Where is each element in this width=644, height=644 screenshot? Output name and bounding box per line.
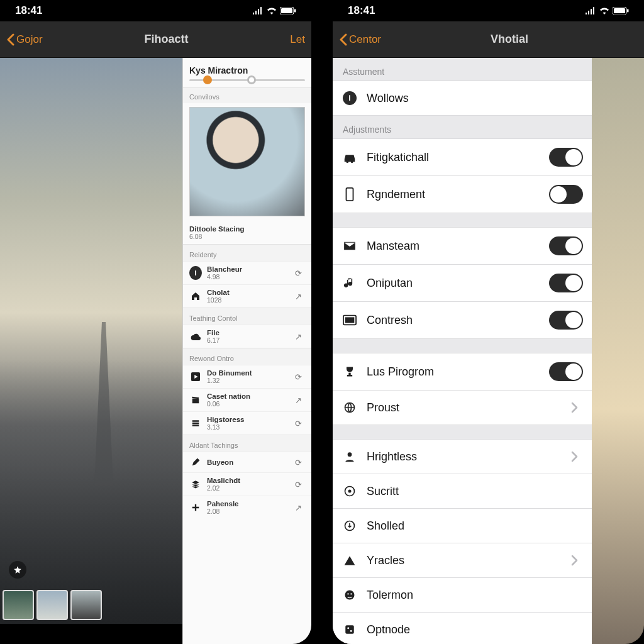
status-bar: 18:41 [0, 0, 311, 21]
item-sub: 1028 [207, 296, 290, 304]
cell-label: Mansteam [367, 240, 540, 253]
list-item[interactable]: Cholat 1028 ↗ [183, 284, 311, 308]
star-button[interactable] [9, 561, 26, 579]
nav-bar: Centor Vhotial [333, 21, 644, 58]
panel-header: Kys Miractron [183, 58, 311, 79]
cell-label: Sholled [367, 519, 583, 533]
loop-icon: ⟳ [295, 458, 306, 467]
thumbnail[interactable] [36, 590, 68, 620]
svg-point-11 [348, 452, 352, 457]
item-sub: 1.32 [207, 377, 290, 384]
nav-back[interactable]: Centor [339, 33, 381, 46]
svg-rect-5 [614, 8, 625, 13]
item-sub: 6.17 [207, 336, 290, 344]
settings-cell[interactable]: Contresh [333, 302, 592, 339]
item-label: Dittoole Stacing [189, 225, 306, 233]
status-icons [585, 7, 629, 14]
loop-icon: ⟳ [295, 419, 306, 428]
home-icon [189, 290, 202, 303]
settings-list[interactable]: Asstument i Wollows Adjustments Fitigkat… [333, 58, 592, 644]
mail-icon [341, 238, 358, 254]
item-sub: 6.08 [189, 233, 306, 240]
chevron-right-icon [570, 451, 583, 462]
toggle[interactable] [549, 148, 583, 167]
svg-point-19 [347, 627, 349, 629]
settings-cell[interactable]: Sholled [333, 509, 592, 543]
cell-label: Optnode [367, 623, 583, 636]
trophy-icon [341, 364, 358, 380]
list-item[interactable]: Dittoole Stacing 6.08 [183, 221, 311, 244]
status-time: 18:41 [15, 4, 42, 17]
chevron-left-icon [6, 33, 15, 46]
star-icon [13, 565, 22, 574]
cell-label: Contresh [367, 314, 540, 327]
item-label: Do Binument [207, 369, 290, 377]
chevron-left-icon [339, 33, 348, 46]
item-label: Maslichdt [207, 477, 290, 484]
settings-cell[interactable]: Tolermon [333, 578, 592, 613]
wifi-icon [599, 7, 610, 14]
list-item[interactable]: Pahensle 2.08 ↗ [183, 496, 311, 519]
item-sub: 2.02 [207, 484, 290, 492]
nav-title: Vhotial [491, 33, 528, 46]
list-item[interactable]: Higstoress 3.13 ⟳ [183, 411, 311, 435]
toggle[interactable] [549, 236, 583, 255]
settings-cell[interactable]: Proust [333, 391, 592, 425]
toggle[interactable] [549, 185, 583, 204]
settings-cell[interactable]: Sucritt [333, 474, 592, 509]
toggle[interactable] [549, 274, 583, 292]
notch [112, 0, 200, 15]
settings-cell[interactable]: Yracles [333, 543, 592, 578]
toggle[interactable] [549, 362, 583, 381]
svg-point-13 [348, 490, 352, 493]
cell-label: Wollows [367, 92, 583, 105]
toggle[interactable] [549, 311, 583, 330]
item-label: Caset nation [207, 392, 290, 400]
item-sub: 0.06 [207, 400, 290, 408]
item-label: Blancheur [207, 265, 290, 273]
slider[interactable] [183, 79, 311, 87]
list-item[interactable]: Do Binument 1.32 ⟳ [183, 365, 311, 388]
settings-cell[interactable]: Optnode [333, 613, 592, 644]
loop-icon: ⟳ [295, 480, 306, 489]
settings-cell[interactable]: Oniputan [333, 265, 592, 302]
svg-rect-2 [294, 9, 296, 13]
item-label: Buyeon [207, 458, 290, 466]
list-item[interactable]: File 6.17 ↗ [183, 325, 311, 348]
phone-right: 18:41 Centor Vhotial Asstument i Wollows… [333, 0, 644, 644]
status-time: 18:41 [348, 4, 375, 17]
nav-action[interactable]: Let [290, 33, 305, 46]
nav-title: Fihoactt [144, 33, 188, 46]
settings-cell[interactable]: Fitigkatichall [333, 138, 592, 176]
group-caption: Reidenty [183, 244, 311, 261]
phone-left: 18:41 Gojor Fihoactt Let Kys Miractron [0, 0, 311, 644]
settings-cell[interactable]: i Wollows [333, 80, 592, 116]
thumbnail[interactable] [3, 590, 34, 620]
clapper-icon [189, 394, 202, 406]
cell-label: Sucritt [367, 485, 583, 498]
svg-point-16 [347, 593, 348, 594]
face-icon [341, 587, 358, 603]
cell-label: Fitigkatichall [367, 151, 540, 164]
item-sub: 4.98 [207, 273, 290, 280]
thumbnail-strip[interactable] [3, 590, 102, 620]
settings-cell[interactable]: Hrightless [333, 439, 592, 474]
list-item[interactable]: Maslichdt 2.02 ⟳ [183, 472, 311, 496]
settings-cell[interactable]: Rgndement [333, 176, 592, 213]
settings-cell[interactable]: Mansteam [333, 227, 592, 265]
svg-rect-1 [281, 8, 292, 13]
item-sub: 2.08 [207, 508, 290, 515]
group-caption: Aldant Tachings [183, 435, 311, 452]
nav-back-label: Gojor [16, 33, 43, 46]
cell-label: Oniputan [367, 277, 540, 290]
settings-cell[interactable]: Lus Pirogrom [333, 353, 592, 391]
chevron-right-icon [570, 555, 583, 566]
thumbnail[interactable] [70, 590, 102, 620]
list-item[interactable]: Buyeon ⟳ [183, 452, 311, 472]
nav-back[interactable]: Gojor [6, 33, 43, 46]
list-item[interactable]: Caset nation 0.06 ↗ [183, 388, 311, 411]
out-icon: ↗ [295, 396, 306, 405]
loop-icon: ⟳ [295, 269, 306, 278]
person-icon [341, 448, 358, 465]
list-item[interactable]: i Blancheur 4.98 ⟳ [183, 261, 311, 284]
